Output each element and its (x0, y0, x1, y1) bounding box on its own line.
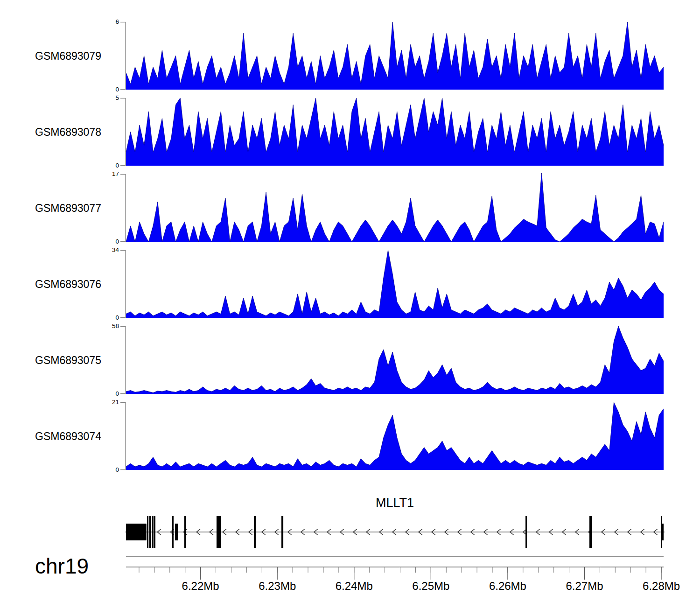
axis-tick-label: 6.28Mb (643, 580, 680, 592)
exon-tall (172, 516, 174, 548)
coverage-track-plot (105, 401, 665, 471)
exon-box (126, 524, 147, 540)
coverage-track-plot (105, 249, 665, 319)
exon-tall (152, 516, 154, 548)
coverage-area (126, 98, 664, 166)
exon-tall (184, 516, 186, 548)
coverage-track-plot (105, 97, 665, 167)
coverage-area (126, 250, 664, 318)
gene-model-track (0, 513, 700, 553)
coverage-track-plot (105, 21, 665, 91)
exon-box (175, 524, 178, 540)
exon-tall (149, 516, 151, 548)
exon-tall (589, 516, 592, 548)
exon-box (662, 524, 664, 540)
coverage-area (126, 326, 664, 394)
axis-tick-label: 6.23Mb (259, 580, 296, 592)
axis-tick-label: 6.27Mb (566, 580, 603, 592)
exon-tall (254, 516, 256, 548)
gene-title: MLLT1 (126, 496, 664, 510)
coverage-track-plot (105, 325, 665, 395)
axis-tick-label: 6.25Mb (412, 580, 449, 592)
axis-tick-label: 6.24Mb (336, 580, 373, 592)
exon-tall (154, 516, 155, 548)
exon-tall (525, 516, 527, 548)
genome-axis: 6.22Mb6.23Mb6.24Mb6.25Mb6.26Mb6.27Mb6.28… (0, 553, 700, 600)
exon-tall (281, 516, 283, 548)
axis-tick-label: 6.22Mb (182, 580, 219, 592)
exon-tall (147, 516, 148, 548)
axis-tick-label: 6.26Mb (489, 580, 526, 592)
coverage-track-plot (105, 173, 665, 243)
genome-browser-plot: MLLT1 chr19 GSM689307960GSM689307850GSM6… (0, 0, 700, 616)
coverage-area (126, 402, 664, 470)
coverage-area (126, 22, 664, 90)
exon-tall (217, 516, 221, 548)
